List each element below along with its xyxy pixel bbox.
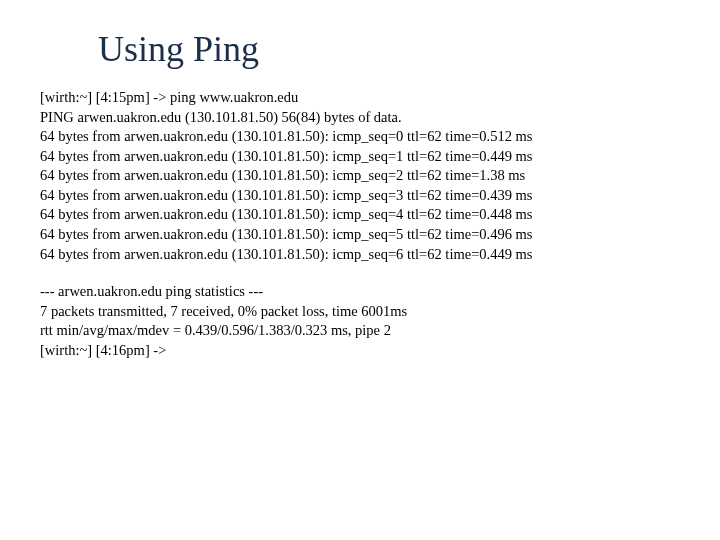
terminal-line: [wirth:~] [4:15pm] -> ping www.uakron.ed… <box>40 88 680 108</box>
terminal-line: 64 bytes from arwen.uakron.edu (130.101.… <box>40 245 680 265</box>
stats-line: --- arwen.uakron.edu ping statistics --- <box>40 282 680 302</box>
terminal-line: 64 bytes from arwen.uakron.edu (130.101.… <box>40 127 680 147</box>
terminal-line: 64 bytes from arwen.uakron.edu (130.101.… <box>40 166 680 186</box>
terminal-line: 64 bytes from arwen.uakron.edu (130.101.… <box>40 147 680 167</box>
terminal-line: PING arwen.uakron.edu (130.101.81.50) 56… <box>40 108 680 128</box>
terminal-line: 64 bytes from arwen.uakron.edu (130.101.… <box>40 186 680 206</box>
stats-line: [wirth:~] [4:16pm] -> <box>40 341 680 361</box>
slide-title: Using Ping <box>98 28 680 70</box>
stats-line: rtt min/avg/max/mdev = 0.439/0.596/1.383… <box>40 321 680 341</box>
ping-statistics-block: --- arwen.uakron.edu ping statistics ---… <box>40 282 680 360</box>
ping-output-block: [wirth:~] [4:15pm] -> ping www.uakron.ed… <box>40 88 680 264</box>
stats-line: 7 packets transmitted, 7 received, 0% pa… <box>40 302 680 322</box>
terminal-line: 64 bytes from arwen.uakron.edu (130.101.… <box>40 225 680 245</box>
terminal-line: 64 bytes from arwen.uakron.edu (130.101.… <box>40 205 680 225</box>
